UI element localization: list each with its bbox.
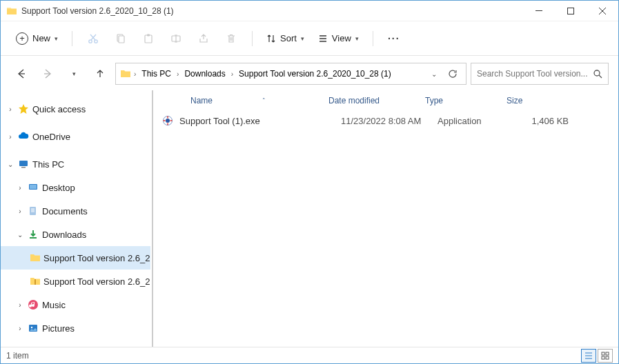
dots-icon: ··· [388, 33, 400, 44]
tree-videos[interactable]: ›Videos [1, 340, 150, 347]
tree-documents[interactable]: ›Documents [1, 199, 150, 223]
svg-point-22 [166, 119, 170, 123]
chevron-right-icon[interactable]: › [177, 70, 179, 78]
sort-label: Sort [280, 33, 297, 43]
file-list: Name˄ Date modified Type Size Support To… [152, 90, 618, 347]
details-view-button[interactable] [581, 349, 596, 363]
thumbnails-view-button[interactable] [598, 349, 613, 363]
svg-rect-23 [602, 352, 605, 355]
window-folder-icon [6, 6, 17, 17]
refresh-button[interactable] [444, 69, 462, 79]
item-count: 1 item [6, 351, 29, 361]
tree-this-pc[interactable]: ⌄This PC [1, 152, 150, 176]
tree-music[interactable]: ›Music [1, 293, 150, 316]
svg-rect-25 [602, 356, 605, 359]
svg-point-3 [95, 39, 97, 42]
crumb-label: This PC [141, 69, 171, 79]
folder-icon [30, 252, 41, 264]
nav-bar: ▾ › This PC › Downloads › Support Tool v… [1, 60, 618, 88]
chevron-down-icon: ▾ [55, 35, 58, 42]
chevron-down-icon: ▾ [301, 35, 304, 42]
close-button[interactable] [587, 1, 618, 21]
svg-rect-5 [119, 36, 124, 43]
tree-desktop[interactable]: ›Desktop [1, 176, 150, 199]
search-box[interactable] [471, 63, 609, 85]
recent-button[interactable]: ▾ [63, 63, 85, 85]
chevron-right-icon[interactable]: › [16, 208, 24, 215]
up-button[interactable] [89, 63, 111, 85]
forward-button[interactable] [37, 63, 59, 85]
tree-pictures[interactable]: ›Pictures [1, 316, 150, 340]
tree-downloads[interactable]: ⌄Downloads [1, 223, 150, 246]
nav-tree: ›Quick access ›OneDrive ⌄This PC ›Deskto… [1, 90, 152, 347]
svg-point-19 [31, 327, 32, 328]
file-type: Application [438, 116, 519, 126]
star-icon [17, 103, 30, 115]
main-area: ›Quick access ›OneDrive ⌄This PC ›Deskto… [1, 90, 618, 347]
chevron-down-icon[interactable]: ⌄ [6, 161, 14, 168]
svg-rect-26 [606, 356, 609, 359]
sort-asc-icon: ˄ [262, 97, 266, 104]
column-headers: Name˄ Date modified Type Size [153, 90, 618, 111]
separator [252, 31, 253, 46]
address-dropdown[interactable]: ⌄ [427, 70, 441, 78]
col-name[interactable]: Name˄ [190, 96, 328, 105]
address-bar[interactable]: › This PC › Downloads › Support Tool ver… [115, 63, 466, 85]
pc-icon [17, 158, 30, 170]
chevron-right-icon[interactable]: › [6, 105, 14, 113]
chevron-right-icon[interactable]: › [16, 325, 24, 332]
chevron-right-icon[interactable]: › [231, 70, 233, 78]
ribbon-bar: New ▾ Sort ▾ View ▾ ··· [1, 21, 618, 56]
tree-quick-access[interactable]: ›Quick access [1, 97, 150, 121]
tree-st2[interactable]: Support Tool version 2.6_2020_10_28 [1, 270, 150, 293]
share-button [191, 28, 216, 50]
sort-button[interactable]: Sort ▾ [261, 28, 310, 50]
file-date: 11/23/2022 8:08 AM [341, 116, 438, 126]
pictures-icon [27, 322, 39, 334]
chevron-right-icon[interactable]: › [134, 70, 136, 78]
new-label: New [32, 33, 50, 43]
tree-st1[interactable]: Support Tool version 2.6_2020_10_28 (1) [1, 246, 150, 270]
separator [373, 31, 373, 46]
chevron-right-icon[interactable]: › [6, 133, 14, 141]
col-type[interactable]: Type [425, 96, 507, 105]
svg-point-2 [89, 39, 92, 42]
svg-rect-14 [30, 207, 36, 215]
chevron-down-icon: ▾ [72, 70, 76, 77]
breadcrumb-current[interactable]: Support Tool version 2.6_2020_10_28 (1) [236, 68, 394, 80]
more-button[interactable]: ··· [382, 28, 406, 50]
svg-rect-0 [536, 10, 542, 11]
chevron-right-icon[interactable]: › [16, 301, 24, 309]
svg-rect-10 [19, 161, 28, 166]
plus-icon [16, 32, 28, 45]
col-date[interactable]: Date modified [328, 96, 425, 105]
crumb-label: Support Tool version 2.6_2020_10_28 (1) [239, 69, 391, 79]
search-icon[interactable] [593, 69, 602, 79]
maximize-button[interactable] [555, 1, 587, 21]
tree-onedrive[interactable]: ›OneDrive [1, 125, 150, 148]
back-button[interactable] [10, 63, 32, 85]
sort-icon [266, 34, 276, 43]
svg-rect-11 [21, 167, 26, 168]
view-button[interactable]: View ▾ [313, 28, 364, 50]
delete-button [219, 28, 244, 50]
rename-button [164, 28, 188, 50]
search-input[interactable] [477, 69, 593, 79]
chevron-down-icon[interactable]: ⌄ [16, 231, 24, 239]
file-name: Support Tool (1).exe [179, 116, 341, 126]
minimize-button[interactable] [523, 1, 555, 21]
copy-button [108, 28, 133, 50]
desktop-icon [27, 181, 39, 194]
music-icon [27, 299, 39, 311]
col-size[interactable]: Size [507, 96, 562, 105]
new-button[interactable]: New ▾ [10, 29, 63, 48]
cut-button [81, 28, 106, 50]
chevron-right-icon[interactable]: › [16, 184, 24, 192]
breadcrumb-downloads[interactable]: Downloads [181, 68, 228, 80]
crumb-label: Downloads [184, 69, 225, 79]
window-title: Support Tool version 2.6_2020_10_28 (1) [21, 6, 523, 16]
breadcrumb-this-pc[interactable]: This PC [139, 68, 174, 80]
file-row[interactable]: Support Tool (1).exe 11/23/2022 8:08 AM … [153, 111, 618, 130]
view-icon [318, 34, 328, 43]
cloud-icon [17, 130, 30, 143]
